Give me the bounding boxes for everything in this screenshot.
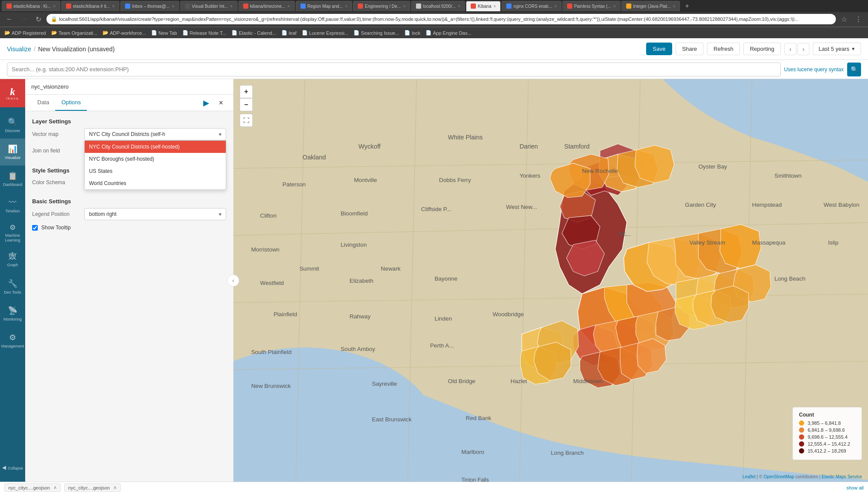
zoom-in-button[interactable]: + (240, 85, 253, 98)
browser-tab-6[interactable]: Engineering / De... × (353, 1, 410, 11)
sidebar-item-visualize[interactable]: 📊 Visualize (0, 139, 25, 165)
elastic-maps-link[interactable]: Elastic Maps Service (822, 474, 862, 479)
bookmark-searching[interactable]: 📄 Searching Issue... (353, 30, 399, 36)
browser-tab-1[interactable]: elastic/kibana # ti... × (61, 1, 119, 11)
breadcrumb-visualize[interactable]: Visualize (7, 46, 31, 53)
dropdown-item-1[interactable]: NYC Boroughs (self-hosted) (85, 153, 226, 165)
panel-collapse-toggle[interactable]: ‹ (227, 275, 239, 287)
visualize-icon: 📊 (8, 144, 17, 154)
browser-tab-7[interactable]: localhost:9200/... × (411, 1, 465, 11)
browser-tab-9[interactable]: nginx CORS enab... × (502, 1, 561, 11)
svg-text:Woodbridge: Woodbridge (493, 311, 524, 318)
vector-map-arrow: ▼ (218, 132, 222, 137)
bookmark-appengine[interactable]: 📄 App Engine Das... (426, 30, 472, 36)
browser-tabs: elastic/kibana : Ki... × elastic/kibana … (0, 0, 868, 12)
bookmark-adp[interactable]: 📂 ADP Registered (4, 30, 46, 36)
zoom-out-button[interactable]: − (240, 98, 253, 111)
sidebar-item-graph[interactable]: 🕸 Graph (0, 246, 25, 273)
legend-dot-2 (799, 434, 804, 440)
vector-map-control: NYC City Council Districts (self-h ▼ NYC… (84, 128, 226, 140)
svg-marker-47 (635, 145, 674, 183)
save-button[interactable]: Save (646, 43, 672, 55)
browser-tab-3[interactable]: Visual Builder Int... × (180, 1, 238, 11)
browser-tab-11[interactable]: Integer (Java Plat... × (621, 1, 680, 11)
svg-text:Long Beach: Long Beach (775, 275, 805, 282)
leaflet-link[interactable]: Leaflet (743, 474, 756, 479)
browser-tab-4[interactable]: kibana/timezone... × (238, 1, 295, 11)
dropdown-item-2[interactable]: US States (85, 165, 226, 177)
browser-tab-10[interactable]: Painless Syntax |... × (562, 1, 620, 11)
discard-button[interactable]: × (215, 97, 227, 109)
share-button[interactable]: Share (676, 43, 704, 55)
browser-tab-8[interactable]: Kibana × (466, 1, 501, 11)
osm-link[interactable]: OpenStreetMap (763, 474, 794, 479)
sidebar-item-devtools[interactable]: 🔧 Dev Tools (0, 273, 25, 300)
show-tooltip-label[interactable]: Show Tooltip (41, 225, 71, 231)
collapse-label: Collapse (8, 466, 23, 470)
status-file-2-close[interactable]: ∧ (113, 485, 117, 490)
reporting-button[interactable]: Reporting (743, 43, 781, 55)
time-nav-arrows: ‹ › (784, 43, 809, 55)
sidebar-item-monitoring[interactable]: 📡 Monitoring (0, 300, 25, 327)
bookmark-lock[interactable]: 📄 lock (404, 30, 420, 36)
kibana-logo[interactable]: k ibana (0, 79, 25, 107)
back-btn[interactable]: ← (3, 14, 16, 24)
time-next-btn[interactable]: › (797, 43, 809, 55)
browser-nav: ← → ↻ 🔒 localhost:5601/app/kibana#/visua… (0, 12, 868, 26)
tab-options[interactable]: Options (55, 95, 87, 111)
dropdown-item-3[interactable]: World Countries (85, 177, 226, 189)
address-bar[interactable]: 🔒 localhost:5601/app/kibana#/visualize/c… (46, 14, 836, 24)
legend-position-select[interactable]: bottom right ▼ (84, 208, 226, 220)
time-filter[interactable]: Last 5 years ▼ (813, 43, 861, 55)
svg-marker-40 (711, 286, 749, 322)
run-button[interactable]: ▶ (200, 97, 212, 109)
browser-tab-5[interactable]: Region Map and... × (296, 1, 353, 11)
sidebar-item-management[interactable]: ⚙ Management (0, 327, 25, 354)
map-controls: + − ⛶ (240, 85, 253, 127)
search-input[interactable] (12, 66, 776, 73)
sidebar-item-ml[interactable]: ⚙ Machine Learning (0, 219, 25, 246)
search-button[interactable]: 🔍 (847, 63, 861, 76)
bookmark-btn[interactable]: ☆ (838, 14, 850, 24)
bookmark-lucene[interactable]: 📄 Lucene Expressi... (302, 30, 349, 36)
svg-text:Oakland: Oakland (303, 154, 326, 161)
collapse-button[interactable]: ▶ Collapse (0, 459, 25, 477)
show-tooltip-checkbox[interactable] (32, 225, 38, 231)
vector-map-value: NYC City Council Districts (self-h (89, 131, 165, 137)
legend-dot-0 (799, 420, 804, 426)
bookmark-adpwf[interactable]: 📂 ADP-workforce... (102, 30, 146, 36)
sidebar-item-management-label: Management (1, 344, 24, 349)
time-prev-btn[interactable]: ‹ (784, 43, 796, 55)
address-text: localhost:5601/app/kibana#/visualize/cre… (59, 17, 799, 22)
browser-tab-2[interactable]: Inbox – thomas@... × (120, 1, 179, 11)
time-filter-label: Last 5 years (818, 46, 849, 52)
svg-text:Smithtown: Smithtown (775, 172, 802, 179)
dropdown-item-0[interactable]: NYC City Council Districts (self-hosted) (85, 141, 226, 153)
sidebar-item-timelion[interactable]: 〰 Timelion (0, 192, 25, 219)
bookmark-newtab[interactable]: 📄 New Tab (151, 30, 177, 36)
draw-button[interactable]: ⛶ (240, 114, 253, 127)
logo-k: k (10, 86, 15, 97)
vector-map-select[interactable]: NYC City Council Districts (self-h ▼ (84, 128, 226, 140)
bookmark-releasenote[interactable]: 📄 Release Note T... (182, 30, 226, 36)
status-file-1: nyc_cityc....geojson ∧ (4, 483, 61, 492)
show-all-link[interactable]: show all (846, 485, 864, 490)
sidebar-item-dashboard[interactable]: 📋 Dashboard (0, 165, 25, 192)
reload-btn[interactable]: ↻ (33, 14, 44, 24)
new-tab-btn[interactable]: + (681, 1, 693, 11)
menu-btn[interactable]: ⋮ (852, 14, 865, 24)
logo-container: k ibana (6, 86, 19, 100)
status-file-1-close[interactable]: ∧ (53, 485, 57, 490)
lucene-link[interactable]: Uses lucene query syntax (784, 66, 844, 73)
bookmark-team[interactable]: 📂 Team Organizati... (51, 30, 97, 36)
panel-body: Layer Settings Vector map NYC City Counc… (25, 111, 233, 238)
sidebar-item-discover[interactable]: 🔍 Discover (0, 112, 25, 139)
forward-btn[interactable]: → (18, 14, 30, 24)
bookmark-elastic[interactable]: 📄 Elastic - Calend... (231, 30, 276, 36)
refresh-button[interactable]: Refresh (707, 43, 740, 55)
lock-icon: 🔒 (51, 16, 57, 22)
tab-data[interactable]: Data (31, 95, 55, 111)
browser-tab-0[interactable]: elastic/kibana : Ki... × (2, 1, 60, 11)
svg-text:South Amboy: South Amboy (340, 346, 375, 352)
bookmark-leaf[interactable]: 📄 leaf (281, 30, 297, 36)
